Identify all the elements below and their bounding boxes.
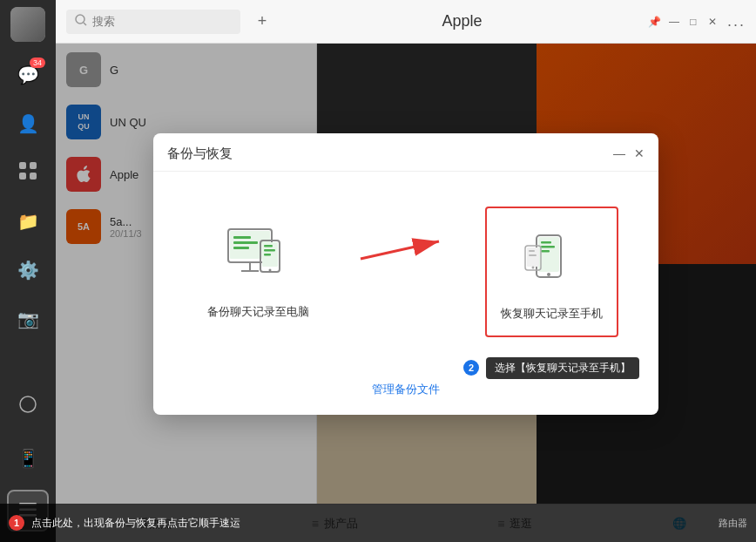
svg-rect-12 (233, 236, 251, 239)
step2-badge: 2 (463, 360, 479, 376)
sidebar-item-settings[interactable]: ⚙️ (7, 249, 49, 291)
phone-restore-icon (516, 222, 586, 292)
watermark-text: 路由器 (719, 517, 747, 530)
sidebar-item-more1[interactable] (7, 385, 49, 427)
sidebar-item-contacts[interactable]: 👤 (7, 103, 49, 145)
sidebar: 💬 34 👤 📁 ⚙️ 📷 � (0, 0, 56, 542)
backup-to-pc-option[interactable]: 备份聊天记录至电脑 (193, 207, 323, 334)
svg-rect-3 (30, 173, 37, 180)
bottom-annotation-bar: 1 点击此处，出现备份与恢复再点击它顺手速运 路由器 (0, 504, 756, 542)
svg-point-22 (268, 268, 271, 271)
pin-icon[interactable]: 📌 (649, 16, 661, 28)
modal-title: 备份与恢复 (167, 146, 233, 162)
svg-line-24 (361, 241, 439, 259)
svg-rect-1 (30, 162, 37, 169)
svg-rect-14 (233, 247, 249, 249)
annotation-text: 点击此处，出现备份与恢复再点击它顺手速运 (31, 516, 240, 531)
svg-point-30 (547, 273, 550, 276)
maximize-icon[interactable]: □ (687, 16, 699, 28)
chat-badge: 34 (30, 58, 45, 68)
svg-rect-20 (264, 249, 275, 252)
sidebar-item-miniapps[interactable] (7, 152, 49, 193)
svg-point-8 (76, 15, 84, 24)
step1-badge: 1 (9, 515, 24, 531)
camera-icon: 📷 (17, 308, 39, 329)
window-controls: 📌 — □ ✕ (649, 16, 719, 28)
search-icon (75, 14, 87, 30)
restore-to-phone-option[interactable]: 恢复聊天记录至手机 2 选择【恢复聊天记录至手机】 (485, 207, 618, 337)
contacts-icon: 👤 (17, 113, 39, 134)
svg-rect-21 (264, 254, 271, 256)
svg-line-9 (84, 23, 86, 25)
sidebar-item-files[interactable]: 📁 (7, 200, 49, 242)
svg-rect-0 (19, 162, 26, 169)
miniapps-icon (18, 161, 37, 185)
phone-icon: 📱 (17, 448, 39, 469)
sidebar-item-chat[interactable]: 💬 34 (7, 54, 49, 96)
search-bar[interactable] (66, 10, 240, 34)
modal-header: 备份与恢复 — ✕ (153, 133, 658, 172)
svg-point-4 (20, 396, 36, 412)
pc-icon (224, 220, 294, 290)
svg-rect-34 (529, 254, 537, 256)
sidebar-item-phone[interactable]: 📱 (7, 437, 49, 479)
svg-point-35 (532, 266, 535, 268)
minimize-icon[interactable]: — (668, 16, 680, 28)
modal-controls: — ✕ (613, 146, 645, 160)
svg-rect-13 (233, 241, 258, 244)
settings-icon: ⚙️ (17, 260, 39, 281)
close-icon[interactable]: ✕ (706, 16, 719, 28)
main-area: + Apple 📌 — □ ✕ ... G G UNQU UN QU (56, 0, 756, 542)
more-button[interactable]: ... (727, 12, 746, 30)
backup-pc-label: 备份聊天记录至电脑 (207, 304, 309, 320)
svg-rect-27 (541, 241, 551, 244)
svg-rect-28 (541, 246, 555, 248)
step2-tooltip: 2 选择【恢复聊天记录至手机】 (463, 357, 639, 379)
circle-icon (18, 395, 37, 418)
search-input[interactable] (92, 15, 232, 28)
svg-rect-29 (541, 250, 550, 253)
avatar[interactable] (10, 7, 45, 42)
svg-rect-19 (264, 245, 273, 247)
files-icon: 📁 (17, 211, 39, 232)
svg-rect-2 (19, 173, 26, 180)
arrow-container (352, 207, 456, 268)
backup-modal: 备份与恢复 — ✕ (153, 133, 658, 415)
modal-close[interactable]: ✕ (634, 146, 645, 160)
app-title: Apple (284, 12, 640, 30)
topbar: + Apple 📌 — □ ✕ ... (56, 0, 756, 44)
step2-tooltip-text: 选择【恢复聊天记录至手机】 (486, 357, 639, 379)
direction-arrow (352, 233, 456, 268)
sidebar-item-camera[interactable]: 📷 (7, 298, 49, 340)
svg-rect-33 (529, 250, 535, 252)
modal-body: 备份聊天记录至电脑 (153, 172, 658, 355)
manage-backup-link[interactable]: 管理备份文件 (372, 383, 440, 396)
restore-phone-label: 恢复聊天记录至手机 (501, 306, 603, 322)
modal-minimize[interactable]: — (613, 146, 625, 160)
modal-overlay: 备份与恢复 — ✕ (56, 44, 756, 504)
add-button[interactable]: + (249, 9, 275, 35)
content-body: G G UNQU UN QU Apple (56, 44, 756, 504)
